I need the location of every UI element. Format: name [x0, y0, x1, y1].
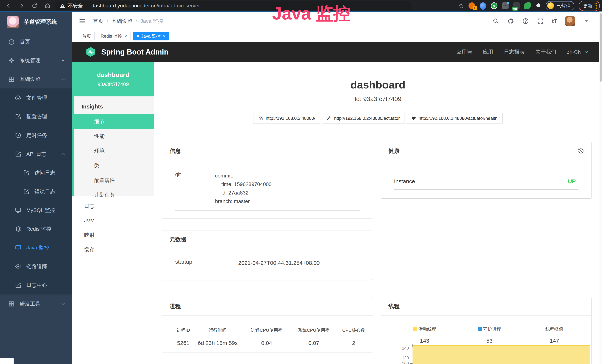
extension-icon-dark[interactable]: on — [513, 2, 520, 9]
home-icon[interactable] — [44, 3, 50, 9]
forward-icon[interactable] — [19, 3, 24, 9]
caret-down-icon[interactable] — [583, 18, 590, 24]
tab-label: Java 监控 — [141, 33, 161, 39]
col-header: CPU核心数 — [335, 327, 373, 333]
tab-label: Redis 监控 — [101, 33, 122, 39]
extensions-puzzle-icon[interactable] — [535, 3, 541, 9]
sidebar-item-log-center[interactable]: 日志中心 — [0, 276, 72, 294]
sidebar-item-label: MySQL 监控 — [26, 207, 55, 214]
sidebar-item-infra[interactable]: 基础设施 — [0, 70, 72, 88]
tab-home[interactable]: 首页 — [79, 32, 95, 40]
app-logo-row[interactable]: 芋道管理系统 — [0, 11, 72, 32]
metadata-value: 2021-04-27T00:44:31.254+08:00 — [238, 259, 320, 267]
chevron-down-icon — [60, 301, 66, 307]
card-title: 健康 — [388, 147, 399, 155]
service-url-button[interactable]: http://192.168.0.2:48080/ — [253, 113, 320, 124]
sba-nav-about[interactable]: 关于我们 — [536, 48, 556, 55]
extension-on-badge: on — [512, 7, 518, 11]
sba-nav: 应用墙 应用 日志报表 关于我们 zh-CN — [456, 48, 589, 55]
card-title: 信息 — [170, 147, 181, 155]
sba-nav-applications[interactable]: 应用 — [483, 48, 493, 55]
user-avatar[interactable] — [565, 16, 575, 26]
sba-menu-classes[interactable]: 类 — [74, 158, 154, 173]
sidebar-item-config[interactable]: 配置管理 — [0, 107, 72, 126]
sba-menu-metrics[interactable]: 性能 — [74, 129, 154, 143]
chrome-update-button[interactable]: 更新 — [579, 1, 600, 11]
git-time-line: time: 1596289704000 — [215, 180, 272, 189]
actuator-url-button[interactable]: http://192.168.0.2:48080/actuator — [322, 113, 405, 124]
spring-boot-admin-logo-icon[interactable] — [85, 47, 96, 57]
y-tick-100: 100 — [398, 361, 409, 364]
breadcrumb-separator: / — [136, 18, 137, 24]
tab-java[interactable]: Java 监控 × — [133, 32, 169, 40]
extension-icon-squares[interactable] — [502, 2, 509, 9]
history-icon[interactable] — [577, 148, 584, 154]
extension-icon-orange[interactable]: 1 — [469, 2, 475, 9]
sidebar-item-trace[interactable]: 链路追踪 — [0, 257, 72, 276]
info-card-header: 信息 — [162, 142, 373, 161]
page-scrollbar[interactable] — [599, 11, 602, 364]
security-chip[interactable]: 不安全 — [60, 2, 83, 9]
help-icon[interactable] — [522, 18, 529, 24]
sba-menu-jvm[interactable]: JVM — [72, 214, 154, 228]
sba-menu-logs[interactable]: 日志 — [72, 199, 154, 214]
row-divider — [175, 211, 360, 211]
sidebar-item-java[interactable]: Java 监控 — [0, 238, 72, 257]
metadata-card: 元数据 startup 2021-04-27T00:44:31.254+08:0… — [162, 230, 373, 280]
extension-badge-count: 1 — [473, 6, 477, 10]
sidebar-item-home[interactable]: 首页 — [0, 32, 72, 51]
breadcrumb-home[interactable]: 首页 — [93, 18, 103, 25]
sba-menu-details[interactable]: 细节 — [72, 114, 154, 129]
health-row[interactable]: Instance UP — [381, 161, 591, 184]
instance-links: http://192.168.0.2:48080/ http://192.168… — [154, 113, 602, 124]
sidebar-item-files[interactable]: 文件管理 — [0, 88, 72, 107]
col-header: 运行时间 — [195, 327, 240, 333]
url-text[interactable]: dashboard.yudao.iocoder.cn/infra/admin-s… — [91, 3, 200, 9]
sidebar-item-access-log[interactable]: 访问日志 — [0, 163, 72, 182]
extension-icon-y[interactable]: y — [491, 2, 497, 9]
process-card-header: 进程 — [162, 297, 373, 316]
fullscreen-icon[interactable] — [537, 18, 544, 24]
close-icon[interactable]: × — [163, 33, 165, 39]
github-icon[interactable] — [507, 18, 514, 24]
paused-label: 已暂停 — [556, 3, 571, 9]
breadcrumb-current: Java 监控 — [140, 18, 163, 25]
font-size-icon[interactable]: tT — [552, 18, 557, 24]
sidebar-item-mysql[interactable]: MySQL 监控 — [0, 201, 72, 220]
sidebar-item-devtools[interactable]: 研发工具 — [0, 294, 72, 313]
sidebar-item-jobs[interactable]: 定时任务 — [0, 126, 72, 145]
search-icon[interactable] — [493, 18, 499, 24]
sidebar-item-error-log[interactable]: 错误日志 — [0, 182, 72, 201]
sba-menu-mappings[interactable]: 映射 — [72, 228, 154, 242]
scrollbar-thumb[interactable] — [600, 13, 602, 82]
sba-menu-env[interactable]: 环境 — [74, 143, 154, 158]
sba-menu-configprops[interactable]: 配置属性 — [74, 173, 154, 187]
instance-header[interactable]: dashboard 93a3fc7f7409 — [72, 62, 154, 96]
hamburger-icon[interactable] — [79, 17, 86, 25]
browser-menu-icon[interactable] — [595, 3, 597, 9]
back-icon[interactable] — [6, 3, 11, 9]
reload-icon[interactable] — [32, 3, 37, 9]
locale-selector[interactable]: zh-CN — [567, 49, 589, 55]
grid-icon — [8, 76, 15, 83]
profile-paused-badge[interactable]: 已暂停 — [546, 1, 574, 11]
threads-card: 线程 活动线程 143 守护进程 53 线程峰值 147 — [381, 297, 591, 364]
breadcrumb-infra[interactable]: 基础设施 — [112, 18, 132, 25]
sba-menu-caches[interactable]: 缓存 — [72, 242, 154, 257]
sba-nav-journal[interactable]: 日志报表 — [504, 48, 525, 55]
sba-brand-title[interactable]: Spring Boot Admin — [101, 48, 169, 56]
bookmark-star-icon[interactable] — [458, 3, 464, 9]
sba-menu-root: 日志 JVM 映射 缓存 — [72, 199, 154, 257]
health-url-button[interactable]: http://192.168.0.2:48080/actuator/health — [406, 113, 503, 124]
address-bar[interactable]: 不安全 dashboard.yudao.iocoder.cn/infra/adm… — [54, 1, 411, 10]
sba-content: dashboard Id: 93a3fc7f7409 http://192.16… — [154, 62, 602, 364]
close-icon[interactable]: × — [124, 33, 127, 39]
sidebar-item-api-log[interactable]: API 日志 — [0, 145, 72, 163]
tab-redis[interactable]: Redis 监控 × — [97, 32, 130, 40]
sba-nav-wallboard[interactable]: 应用墙 — [456, 48, 472, 55]
extension-notification-dot — [507, 2, 509, 4]
extension-icon-pin[interactable] — [478, 1, 488, 11]
sidebar-item-system[interactable]: 系统管理 — [0, 51, 72, 70]
sidebar-item-redis[interactable]: Redis 监控 — [0, 220, 72, 238]
extension-icon-leaf[interactable] — [524, 2, 531, 9]
